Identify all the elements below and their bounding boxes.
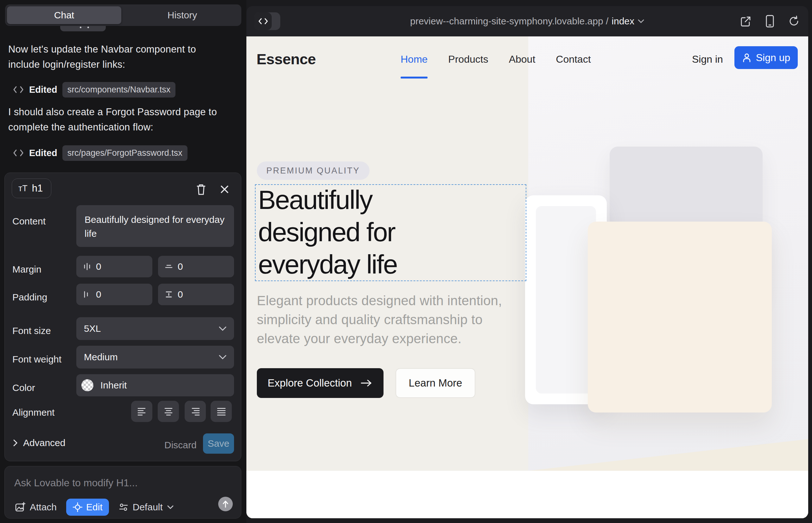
nav-link-products[interactable]: Products — [448, 54, 488, 65]
alignment-label: Alignment — [12, 407, 54, 418]
tab-chat[interactable]: Chat — [7, 6, 121, 24]
element-editor-panel: тT h1 Content Beautifully designed for e… — [4, 173, 241, 461]
preview-chrome: preview--charming-site-symphony.lovable.… — [246, 6, 808, 36]
padding-y-input[interactable]: 0 — [158, 284, 234, 305]
color-swatch — [82, 379, 93, 391]
url-domain: preview--charming-site-symphony.lovable.… — [410, 16, 608, 26]
align-right-icon — [190, 407, 201, 417]
edited-label: Edited — [29, 85, 57, 95]
attach-button[interactable]: Attach — [14, 502, 57, 513]
chevron-down-icon — [167, 505, 174, 509]
clipped-file-chip — [60, 26, 106, 31]
url-page[interactable]: index — [612, 16, 634, 26]
hero-heading[interactable]: Beautifully designed for everyday life — [258, 184, 461, 281]
external-link-icon[interactable] — [740, 15, 752, 27]
color-label: Color — [12, 382, 35, 393]
chat-sidebar: Chat History Now let's update the Navbar… — [0, 0, 246, 523]
sign-in-link[interactable]: Sign in — [692, 54, 723, 65]
preview-panel: preview--charming-site-symphony.lovable.… — [246, 6, 808, 518]
type-icon: тT — [18, 184, 28, 194]
sidebar-tabbar: Chat History — [5, 4, 241, 26]
mobile-icon[interactable] — [765, 15, 775, 28]
attach-image-icon — [14, 502, 26, 513]
send-arrow-icon — [222, 500, 229, 508]
nav-link-home[interactable]: Home — [401, 54, 427, 65]
chat-message: Now let's update the Navbar component to… — [8, 42, 230, 72]
site-logo[interactable]: Essence — [257, 50, 316, 68]
edit-target-icon — [72, 502, 83, 512]
content-input[interactable]: Beautifully designed for everyday life — [76, 205, 234, 247]
arrow-right-icon — [360, 379, 373, 387]
sliders-icon — [119, 502, 128, 512]
align-right-button[interactable] — [184, 401, 206, 422]
file-chip[interactable]: src/pages/ForgotPassword.tsx — [63, 145, 188, 161]
edited-label: Edited — [29, 148, 57, 158]
url-bar[interactable]: preview--charming-site-symphony.lovable.… — [246, 6, 808, 36]
align-justify-icon — [216, 407, 227, 417]
trash-icon — [195, 183, 207, 196]
padding-x-icon — [83, 290, 91, 299]
decorative-card-beige — [588, 222, 772, 413]
margin-x-input[interactable]: 0 — [76, 256, 152, 277]
send-button[interactable] — [218, 497, 233, 511]
edit-mode-button[interactable]: Edit — [66, 499, 109, 516]
tab-history[interactable]: History — [125, 6, 240, 24]
close-icon — [219, 184, 230, 195]
element-tag: h1 — [32, 183, 43, 194]
learn-more-button[interactable]: Learn More — [395, 368, 475, 398]
next-section — [246, 471, 808, 518]
margin-y-icon — [164, 262, 173, 271]
color-input[interactable]: Inherit — [76, 374, 234, 396]
explore-collection-button[interactable]: Explore Collection — [257, 368, 384, 398]
font-weight-select[interactable]: Medium — [76, 346, 234, 368]
chat-composer[interactable]: Ask Lovable to modify H1... Attach Edit … — [4, 466, 241, 519]
chat-message: I should also create a Forgot Password p… — [8, 105, 230, 135]
content-label: Content — [12, 216, 46, 227]
delete-element-button[interactable] — [194, 182, 208, 196]
chevron-down-icon — [218, 354, 227, 360]
selected-element-badge[interactable]: тT h1 — [12, 179, 51, 198]
align-left-button[interactable] — [131, 401, 152, 422]
padding-label: Padding — [12, 292, 47, 303]
edited-file-row[interactable]: Edited src/pages/ForgotPassword.tsx — [13, 145, 188, 161]
refresh-icon[interactable] — [788, 15, 800, 27]
align-center-icon — [163, 407, 174, 417]
chevron-down-icon — [218, 326, 227, 331]
close-editor-button[interactable] — [217, 182, 231, 196]
discard-button[interactable]: Discard — [164, 440, 197, 451]
advanced-toggle[interactable]: Advanced — [12, 437, 65, 448]
font-size-label: Font size — [12, 325, 51, 336]
site-navbar: Essence Home Products About Contact Sign… — [246, 36, 808, 84]
padding-y-icon — [164, 290, 173, 299]
font-size-select[interactable]: 5XL — [76, 317, 234, 340]
composer-input[interactable]: Ask Lovable to modify H1... — [14, 477, 138, 489]
site-viewport: Essence Home Products About Contact Sign… — [246, 36, 808, 518]
padding-x-input[interactable]: 0 — [76, 284, 152, 305]
hero-paragraph: Elegant products designed with intention… — [257, 291, 523, 348]
chevron-down-icon — [637, 19, 645, 23]
nav-link-contact[interactable]: Contact — [556, 54, 590, 65]
code-icon — [13, 85, 24, 94]
margin-x-icon — [83, 262, 91, 271]
chevron-right-icon — [12, 438, 18, 447]
hero-badge: PREMIUM QUALITY — [257, 161, 370, 180]
user-icon — [742, 53, 752, 63]
margin-label: Margin — [12, 264, 41, 275]
font-weight-label: Font weight — [12, 354, 61, 365]
mode-select[interactable]: Default — [119, 502, 174, 512]
file-chip[interactable]: src/components/Navbar.tsx — [63, 82, 176, 97]
edited-file-row[interactable]: Edited src/components/Navbar.tsx — [13, 82, 175, 97]
sign-up-button[interactable]: Sign up — [735, 46, 798, 69]
align-justify-button[interactable] — [211, 401, 232, 422]
save-button[interactable]: Save — [203, 433, 234, 454]
nav-link-about[interactable]: About — [509, 54, 535, 65]
align-center-button[interactable] — [158, 401, 179, 422]
margin-y-input[interactable]: 0 — [158, 256, 234, 277]
selected-h1-outline[interactable]: Beautifully designed for everyday life — [255, 184, 526, 281]
code-icon — [13, 148, 24, 158]
align-left-icon — [137, 407, 147, 417]
